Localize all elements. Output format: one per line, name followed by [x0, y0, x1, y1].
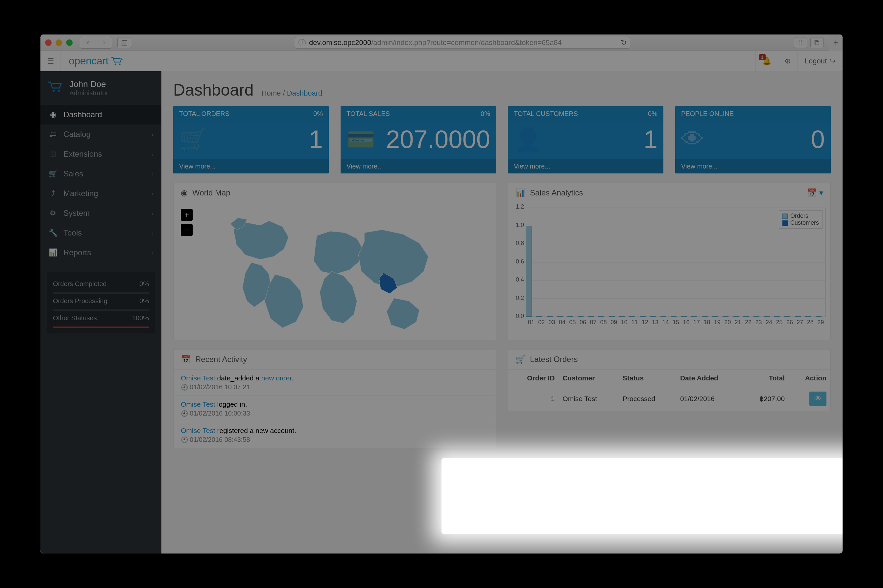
tile-title: TOTAL ORDERS — [179, 110, 229, 118]
dashboard-icon: ◉ — [48, 110, 57, 119]
sidebar-stats: Orders Completed0% Orders Processing0% O… — [47, 272, 155, 333]
chevron-right-icon: › — [151, 249, 153, 256]
tabs-button[interactable]: ⧉ — [810, 37, 823, 48]
chart-legend: Orders Customers — [779, 210, 823, 229]
breadcrumb-current[interactable]: Dashboard — [287, 89, 322, 97]
order-date: 01/02/2016 — [676, 387, 742, 411]
reload-icon[interactable]: ↻ — [621, 38, 627, 47]
activity-user-link[interactable]: Omise Test — [181, 400, 215, 408]
col-action: Action — [789, 369, 830, 387]
reader-icon: i — [298, 39, 306, 46]
chart-icon: 📊 — [48, 248, 57, 257]
col-total: Total — [741, 369, 789, 387]
sidebar-item-system[interactable]: ⚙System› — [41, 203, 161, 223]
eye-icon: ◉ — [181, 188, 188, 197]
activity-user-link[interactable]: Omise Test — [181, 374, 215, 382]
logout-button[interactable]: Logout ↪ — [797, 51, 842, 71]
zoom-out-button[interactable]: − — [181, 224, 193, 236]
user-cart-icon — [47, 80, 63, 96]
tile-icon: 👤 — [514, 126, 547, 153]
tile-icon: 💳 — [346, 126, 379, 153]
sidebar-item-marketing[interactable]: ⤴Marketing› — [41, 184, 161, 203]
tile-title: TOTAL CUSTOMERS — [514, 110, 578, 118]
breadcrumb: Home / Dashboard — [262, 89, 322, 98]
menu-toggle-button[interactable]: ☰ — [41, 51, 61, 71]
breadcrumb-home[interactable]: Home — [262, 89, 281, 97]
forward-button[interactable]: › — [96, 37, 112, 48]
new-tab-button[interactable]: + — [829, 34, 842, 51]
tile-value: 207.0000 — [386, 125, 490, 153]
page-title: Dashboard — [173, 81, 254, 99]
user-role: Administrator — [69, 89, 108, 97]
world-map[interactable] — [181, 209, 489, 334]
user-name: John Doe — [69, 79, 108, 89]
sidebar-item-tools[interactable]: 🔧Tools› — [41, 223, 161, 243]
activity-user-link[interactable]: Omise Test — [181, 427, 215, 434]
tile-icon: 👁 — [681, 126, 714, 152]
stat-tile: TOTAL SALES0% 💳207.0000 View more... — [341, 106, 496, 174]
tile-view-more[interactable]: View more... — [173, 159, 329, 174]
order-id: 1 — [508, 387, 558, 411]
chevron-right-icon: › — [151, 190, 153, 197]
logo-text: opencart — [69, 55, 108, 67]
svg-point-1 — [119, 63, 120, 65]
activity-link[interactable]: new order — [261, 374, 292, 382]
stat-other-statuses: Other Statuses100% — [53, 311, 149, 325]
sidebar: John Doe Administrator ◉Dashboard 🏷Catal… — [41, 71, 161, 554]
stat-tile: TOTAL ORDERS0% 🛒1 View more... — [173, 106, 329, 174]
window-controls — [45, 39, 73, 46]
col-date: Date Added — [676, 369, 742, 387]
tile-view-more[interactable]: View more... — [508, 159, 663, 174]
notifications-button[interactable]: 1 🔔 — [755, 51, 778, 71]
svg-point-2 — [53, 90, 54, 92]
panel-title: Latest Orders — [530, 355, 578, 364]
globe-icon: ⊕ — [785, 57, 791, 65]
tag-icon: 🏷 — [48, 130, 57, 139]
sidebar-item-catalog[interactable]: 🏷Catalog› — [41, 124, 161, 144]
recent-activity-panel: 📅Recent Activity Omise Test date_added a… — [173, 349, 496, 448]
activity-item: Omise Test date_added a new order.01/02/… — [174, 369, 496, 396]
cart-icon — [110, 56, 123, 66]
sidebar-item-sales[interactable]: 🛒Sales› — [41, 164, 161, 184]
address-bar[interactable]: i dev.omise.opc2000/admin/index.php?rout… — [295, 37, 630, 49]
store-front-button[interactable]: ⊕ — [778, 51, 797, 71]
world-map-panel: ◉World Map + − — [173, 183, 496, 340]
tile-view-more[interactable]: View more... — [675, 159, 831, 174]
stat-tile: TOTAL CUSTOMERS0% 👤1 View more... — [508, 106, 663, 174]
tile-view-more[interactable]: View more... — [341, 159, 496, 174]
tile-value: 1 — [309, 125, 323, 153]
content-area: Dashboard Home / Dashboard TOTAL ORDERS0… — [161, 71, 842, 554]
order-total: ฿207.00 — [741, 387, 789, 411]
wrench-icon: 🔧 — [48, 229, 57, 237]
tile-pct: 0% — [648, 110, 657, 118]
tile-title: TOTAL SALES — [346, 110, 390, 118]
calendar-dropdown-button[interactable]: 📅 ▾ — [807, 188, 823, 197]
sidebar-item-extensions[interactable]: ⊞Extensions› — [41, 144, 161, 164]
puzzle-icon: ⊞ — [48, 150, 57, 158]
minimize-window-icon[interactable] — [56, 39, 62, 46]
close-window-icon[interactable] — [45, 39, 52, 46]
share-button[interactable]: ⇪ — [794, 37, 807, 48]
calendar-icon: 📅 — [181, 355, 191, 364]
browser-sidebar-toggle[interactable]: ▥ — [117, 37, 131, 48]
user-panel: John Doe Administrator — [41, 71, 161, 105]
logout-label: Logout — [805, 57, 827, 65]
chevron-right-icon: › — [151, 150, 153, 158]
tile-icon: 🛒 — [179, 126, 212, 153]
panel-title: World Map — [192, 188, 230, 197]
activity-time: 01/02/2016 10:00:33 — [181, 410, 489, 417]
zoom-in-button[interactable]: + — [181, 209, 193, 221]
order-customer: Omise Test — [558, 387, 619, 411]
order-status: Processed — [619, 387, 676, 411]
maximize-window-icon[interactable] — [66, 39, 73, 46]
notification-badge: 1 — [759, 54, 766, 60]
tile-pct: 0% — [313, 110, 323, 118]
sidebar-item-dashboard[interactable]: ◉Dashboard — [41, 105, 161, 124]
col-status: Status — [619, 369, 676, 387]
back-button[interactable]: ‹ — [80, 37, 96, 48]
sidebar-item-reports[interactable]: 📊Reports› — [41, 243, 161, 262]
view-order-button[interactable]: 👁 — [809, 392, 826, 406]
chevron-right-icon: › — [151, 170, 153, 178]
cart-icon: 🛒 — [516, 355, 525, 364]
logo[interactable]: opencart — [61, 55, 131, 67]
